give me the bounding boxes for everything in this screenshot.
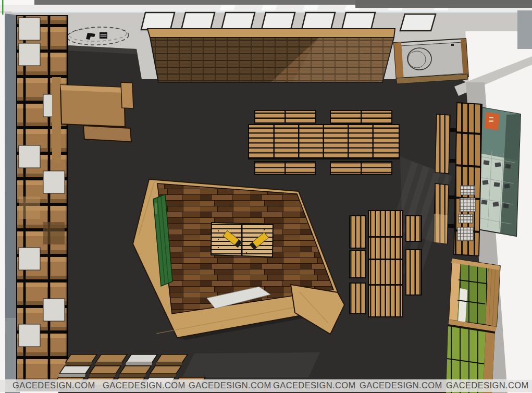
watermark-text: GACEDESIGN.COM <box>13 380 95 390</box>
wall-poster <box>478 107 521 236</box>
green-edge-line <box>2 0 4 15</box>
display-mat-with-products <box>211 223 273 257</box>
left-cube-shelving <box>16 15 68 391</box>
watermark-text: GACEDESIGN.COM <box>446 380 529 390</box>
interior-render <box>0 0 532 393</box>
service-counter <box>394 39 468 84</box>
watermark-text: GACEDESIGN.COM <box>103 380 185 390</box>
watermark-text: GACEDESIGN.COM <box>360 380 442 390</box>
watermark-text: GACEDESIGN.COM <box>189 380 271 390</box>
green-locker-shelving <box>446 259 500 393</box>
watermark-band: GACEDESIGN.COM GACEDESIGN.COM GACEDESIGN… <box>0 379 532 392</box>
watermark-text: GACEDESIGN.COM <box>273 380 356 390</box>
render-canvas: GACEDESIGN.COM GACEDESIGN.COM GACEDESIGN… <box>0 0 532 393</box>
slatted-wall-panel <box>147 29 395 82</box>
